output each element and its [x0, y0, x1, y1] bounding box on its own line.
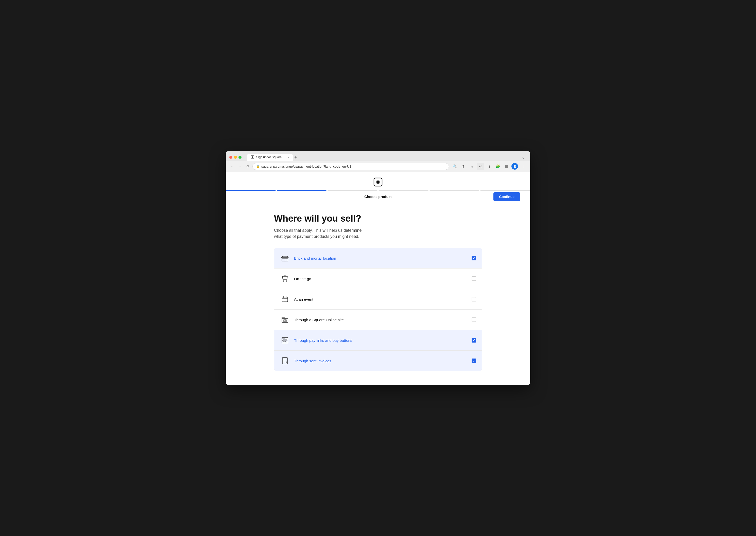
svg-rect-7 — [286, 258, 287, 259]
tab-close-icon[interactable]: × — [288, 156, 289, 159]
option-invoices-label: Through sent invoices — [294, 359, 472, 363]
minimize-button[interactable] — [234, 156, 237, 159]
svg-point-23 — [286, 301, 287, 301]
main-area: Where will you sell? Choose all that app… — [264, 203, 492, 381]
option-invoices-checkbox[interactable] — [472, 358, 476, 363]
option-at-event-label: At an event — [294, 297, 472, 301]
svg-point-31 — [284, 318, 285, 318]
svg-point-10 — [283, 281, 284, 282]
user-avatar[interactable]: E — [512, 163, 518, 170]
option-list: Brick and mortar location — [274, 248, 482, 371]
brick-mortar-icon — [280, 253, 290, 263]
at-event-icon — [280, 294, 290, 304]
option-invoices[interactable]: Through sent invoices — [274, 351, 482, 371]
svg-rect-42 — [282, 357, 287, 364]
page-title: Where will you sell? — [274, 213, 482, 224]
active-tab[interactable]: Sign up for Square × — [247, 154, 293, 161]
svg-point-20 — [286, 300, 287, 300]
option-square-online-label: Through a Square Online site — [294, 318, 472, 322]
search-icon[interactable]: 🔍 — [451, 163, 458, 170]
tab-bar: Sign up for Square × + — [247, 154, 519, 161]
square-logo — [373, 177, 383, 187]
on-the-go-icon — [280, 274, 290, 284]
continue-button[interactable]: Continue — [493, 192, 520, 201]
maximize-button[interactable] — [238, 156, 241, 159]
lock-icon: 🔒 — [256, 165, 260, 168]
pay-links-icon — [280, 335, 290, 345]
option-at-event[interactable]: At an event — [274, 289, 482, 310]
option-pay-links-label: Through pay links and buy buttons — [294, 338, 472, 343]
url-text: squarenp.com/signup/us/payment-location?… — [261, 165, 352, 168]
option-pay-links[interactable]: Through pay links and buy buttons — [274, 330, 482, 351]
svg-rect-28 — [283, 321, 287, 322]
traffic-lights — [229, 156, 241, 159]
option-brick-mortar-label: Brick and mortar location — [294, 256, 472, 260]
share-icon[interactable]: ⬆ — [460, 163, 467, 170]
browser-toolbar: ← → ↻ 🔒 squarenp.com/signup/us/payment-l… — [226, 161, 530, 172]
window-chevron: ⌄ — [521, 154, 525, 160]
new-tab-button[interactable]: + — [293, 155, 299, 160]
option-on-the-go-label: On-the-go — [294, 277, 472, 281]
svg-point-18 — [283, 300, 284, 300]
browser-window: Sign up for Square × + ⌄ ← → ↻ 🔒 squaren… — [226, 151, 530, 385]
page-content: Choose product Continue Where will you s… — [226, 172, 530, 385]
svg-point-30 — [283, 318, 284, 318]
extensions-icon[interactable]: 98 — [477, 163, 484, 170]
option-pay-links-checkbox[interactable] — [472, 338, 476, 343]
puzzle-icon[interactable]: 🧩 — [494, 163, 501, 170]
svg-rect-3 — [377, 181, 379, 184]
tab-favicon — [251, 155, 254, 159]
svg-point-19 — [285, 300, 285, 300]
option-brick-mortar-checkbox[interactable] — [472, 256, 476, 260]
page-subtitle: Choose all that apply. This will help us… — [274, 227, 482, 240]
bookmark-icon[interactable]: ☆ — [468, 163, 475, 170]
option-brick-mortar[interactable]: Brick and mortar location — [274, 248, 482, 269]
step-header: Choose product Continue — [226, 191, 530, 203]
option-square-online-checkbox[interactable] — [472, 318, 476, 322]
info-icon[interactable]: ℹ — [486, 163, 493, 170]
option-on-the-go-checkbox[interactable] — [472, 276, 476, 281]
svg-point-37 — [283, 338, 284, 339]
svg-point-29 — [282, 318, 283, 318]
option-square-online[interactable]: Through a Square Online site — [274, 310, 482, 330]
more-icon[interactable]: ⋮ — [520, 163, 527, 170]
invoices-icon — [280, 356, 290, 366]
square-online-icon — [280, 315, 290, 325]
svg-rect-5 — [284, 259, 286, 261]
svg-point-21 — [283, 301, 284, 301]
logo-area — [226, 172, 530, 190]
option-at-event-checkbox[interactable] — [472, 297, 476, 301]
svg-rect-1 — [252, 156, 253, 158]
svg-point-38 — [284, 338, 285, 339]
step-label: Choose product — [364, 195, 391, 199]
svg-point-22 — [285, 301, 285, 301]
svg-rect-39 — [283, 340, 287, 341]
back-button[interactable]: ← — [229, 164, 235, 169]
close-button[interactable] — [229, 156, 233, 159]
svg-rect-26 — [283, 319, 284, 320]
svg-rect-6 — [282, 258, 283, 259]
svg-rect-27 — [285, 319, 287, 320]
refresh-button[interactable]: ↻ — [245, 163, 250, 169]
svg-point-36 — [282, 338, 283, 339]
option-on-the-go[interactable]: On-the-go — [274, 269, 482, 289]
forward-button[interactable]: → — [237, 164, 243, 169]
svg-point-11 — [286, 281, 287, 282]
sidebar-icon[interactable]: ▦ — [503, 163, 510, 170]
address-bar[interactable]: 🔒 squarenp.com/signup/us/payment-locatio… — [252, 163, 449, 170]
toolbar-right: 🔍 ⬆ ☆ 98 ℹ 🧩 ▦ E ⋮ — [451, 163, 527, 170]
browser-titlebar: Sign up for Square × + ⌄ — [226, 151, 530, 161]
tab-title: Sign up for Square — [256, 155, 282, 159]
